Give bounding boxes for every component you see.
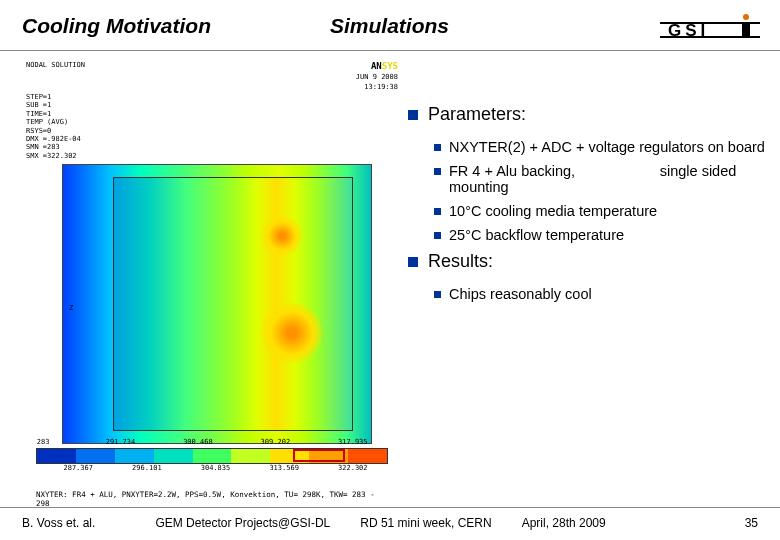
result-item: Chips reasonably cool [434,286,770,302]
colorbar-tick-label: 309.202 [261,438,291,446]
parameter-text: 10°C cooling media temperature [449,203,657,219]
colorbar-segment [309,449,348,463]
colorbar-tick-label: 291.734 [106,438,136,446]
ansys-logo: ANSYS [371,61,398,71]
parameter-text: 25°C backflow temperature [449,227,624,243]
colorbar-segment [154,449,193,463]
colorbar-tick-label: 322.302 [338,464,368,472]
colorbar-segment [270,449,309,463]
footer-date: April, 28th 2009 [522,516,606,530]
bullet-icon [434,144,441,151]
colorbar-segment [193,449,232,463]
svg-point-0 [743,14,749,20]
footer-conference: RD 51 mini week, CERN [360,516,491,530]
parameter-text: NXYTER(2) + ADC + voltage regulators on … [449,139,765,155]
colorbar-segment [76,449,115,463]
sim-meta-line: STEP=1 [26,93,398,101]
colorbar-tick-label: 300.468 [183,438,213,446]
colorbar-tick-label: 283 [37,438,50,446]
nodal-solution-label: NODAL SOLUTION [26,61,85,71]
heatmap-plot: Z [62,164,372,444]
sim-time: 13:19:38 [364,83,398,91]
colorbar-tick-label: 304.835 [201,464,231,472]
parameter-text: FR 4 + Alu backing, single sided mountin… [449,163,770,195]
simulation-figure: NODAL SOLUTION ANSYS JUN 9 2008 13:19:38… [22,59,402,510]
bullet-icon [408,110,418,120]
parameters-heading: Parameters: [428,104,526,125]
sim-meta-line: RSYS=0 [26,127,398,135]
sim-meta-line: TIME=1 [26,110,398,118]
z-axis-label: Z [69,304,73,312]
title-left: Cooling Motivation [22,14,211,38]
colorbar-segment [348,449,387,463]
bullet-icon [408,257,418,267]
parameter-item: NXYTER(2) + ADC + voltage regulators on … [434,139,770,155]
colorbar-tick-label: 296.101 [132,464,162,472]
gsi-logo: GSI [660,14,760,44]
bullet-icon [434,208,441,215]
footer-page: 35 [745,516,758,530]
sim-meta: STEP=1SUB =1TIME=1TEMP (AVG)RSYS=0DMX =.… [22,93,402,160]
logo-text: GSI [668,21,709,40]
parameter-item: FR 4 + Alu backing, single sided mountin… [434,163,770,195]
footer-project: GEM Detector Projects@GSI-DL [155,516,330,530]
sim-meta-line: SUB =1 [26,101,398,109]
text-content: Parameters: NXYTER(2) + ADC + voltage re… [408,59,770,510]
slide-header: Cooling Motivation Simulations GSI [0,0,780,44]
title-center: Simulations [330,14,449,38]
parameter-item: 25°C backflow temperature [434,227,770,243]
sim-meta-line: SMN =283 [26,143,398,151]
results-heading: Results: [428,251,493,272]
bullet-icon [434,291,441,298]
slide-footer: B. Voss et. al. GEM Detector Projects@GS… [0,507,780,530]
result-text: Chips reasonably cool [449,286,592,302]
hotspot-icon [262,216,302,256]
sim-meta-line: SMX =322.302 [26,152,398,160]
hotspot-icon [262,303,322,363]
colorbar-tick-label: 317.935 [338,438,368,446]
bullet-icon [434,232,441,239]
sim-date: JUN 9 2008 [356,73,398,81]
colorbar-segment [37,449,76,463]
svg-rect-3 [742,24,750,36]
colorbar [36,448,388,464]
colorbar-tick-label: 313.569 [269,464,299,472]
colorbar-segment [231,449,270,463]
colorbar-segment [115,449,154,463]
sim-meta-line: DMX =.982E-04 [26,135,398,143]
colorbar-tick-label: 287.367 [63,464,93,472]
sim-meta-line: TEMP (AVG) [26,118,398,126]
main-area: NODAL SOLUTION ANSYS JUN 9 2008 13:19:38… [0,51,780,510]
footer-author: B. Voss et. al. [22,516,95,530]
parameter-item: 10°C cooling media temperature [434,203,770,219]
bullet-icon [434,168,441,175]
